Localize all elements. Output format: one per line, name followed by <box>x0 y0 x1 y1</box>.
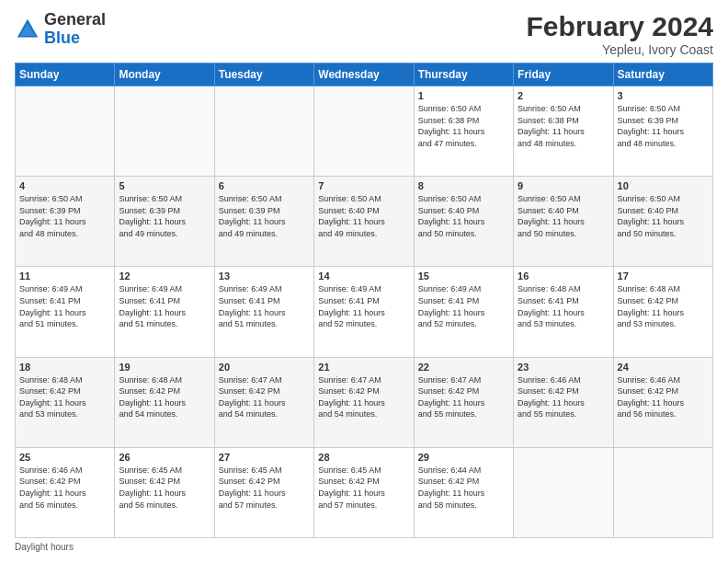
day-number: 29 <box>418 452 509 463</box>
calendar-table: SundayMondayTuesdayWednesdayThursdayFrid… <box>15 63 713 538</box>
calendar-header-monday: Monday <box>115 63 214 86</box>
day-info: Sunrise: 6:48 AM Sunset: 6:42 PM Dayligh… <box>119 374 210 420</box>
calendar-cell: 19Sunrise: 6:48 AM Sunset: 6:42 PM Dayli… <box>115 357 214 447</box>
calendar-cell: 14Sunrise: 6:49 AM Sunset: 6:41 PM Dayli… <box>314 267 414 357</box>
day-number: 8 <box>418 180 509 191</box>
calendar-header-saturday: Saturday <box>613 63 712 86</box>
day-info: Sunrise: 6:50 AM Sunset: 6:39 PM Dayligh… <box>119 193 210 239</box>
logo-general: General <box>44 10 106 29</box>
day-info: Sunrise: 6:46 AM Sunset: 6:42 PM Dayligh… <box>518 374 609 420</box>
calendar-cell: 25Sunrise: 6:46 AM Sunset: 6:42 PM Dayli… <box>16 447 115 537</box>
day-number: 15 <box>418 270 509 282</box>
day-info: Sunrise: 6:46 AM Sunset: 6:42 PM Dayligh… <box>618 374 709 420</box>
day-number: 12 <box>119 270 210 282</box>
day-info: Sunrise: 6:47 AM Sunset: 6:42 PM Dayligh… <box>418 374 509 420</box>
day-info: Sunrise: 6:46 AM Sunset: 6:42 PM Dayligh… <box>19 465 110 511</box>
calendar-cell: 18Sunrise: 6:48 AM Sunset: 6:42 PM Dayli… <box>16 357 115 447</box>
calendar-week-3: 11Sunrise: 6:49 AM Sunset: 6:41 PM Dayli… <box>16 267 713 357</box>
day-info: Sunrise: 6:48 AM Sunset: 6:42 PM Dayligh… <box>19 374 110 420</box>
day-info: Sunrise: 6:50 AM Sunset: 6:40 PM Dayligh… <box>318 193 409 239</box>
calendar-cell: 4Sunrise: 6:50 AM Sunset: 6:39 PM Daylig… <box>16 177 115 267</box>
title-block: February 2024 Yepleu, Ivory Coast <box>527 11 713 57</box>
day-number: 10 <box>618 180 709 191</box>
calendar-cell: 5Sunrise: 6:50 AM Sunset: 6:39 PM Daylig… <box>115 177 214 267</box>
header: General Blue February 2024 Yepleu, Ivory… <box>15 11 713 57</box>
calendar-cell: 10Sunrise: 6:50 AM Sunset: 6:40 PM Dayli… <box>613 177 712 267</box>
day-number: 3 <box>618 90 709 101</box>
calendar-cell: 8Sunrise: 6:50 AM Sunset: 6:40 PM Daylig… <box>414 177 513 267</box>
calendar-cell: 16Sunrise: 6:48 AM Sunset: 6:41 PM Dayli… <box>514 267 613 357</box>
day-number: 28 <box>318 452 409 463</box>
day-info: Sunrise: 6:50 AM Sunset: 6:39 PM Dayligh… <box>219 193 310 239</box>
day-number: 7 <box>318 180 409 191</box>
calendar-week-5: 25Sunrise: 6:46 AM Sunset: 6:42 PM Dayli… <box>16 447 713 537</box>
calendar-cell <box>214 86 313 177</box>
calendar-cell: 17Sunrise: 6:48 AM Sunset: 6:42 PM Dayli… <box>613 267 712 357</box>
calendar-cell: 26Sunrise: 6:45 AM Sunset: 6:42 PM Dayli… <box>115 447 214 537</box>
calendar-week-2: 4Sunrise: 6:50 AM Sunset: 6:39 PM Daylig… <box>16 177 713 267</box>
daylight-label: Daylight hours <box>15 542 74 552</box>
day-number: 20 <box>219 362 310 373</box>
day-info: Sunrise: 6:45 AM Sunset: 6:42 PM Dayligh… <box>318 465 409 511</box>
calendar-cell: 15Sunrise: 6:49 AM Sunset: 6:41 PM Dayli… <box>414 267 513 357</box>
day-number: 18 <box>19 362 110 373</box>
day-info: Sunrise: 6:45 AM Sunset: 6:42 PM Dayligh… <box>119 465 210 511</box>
day-number: 1 <box>418 90 509 101</box>
calendar-header-friday: Friday <box>514 63 613 86</box>
logo-icon <box>15 17 40 42</box>
calendar-cell: 20Sunrise: 6:47 AM Sunset: 6:42 PM Dayli… <box>214 357 313 447</box>
day-number: 11 <box>19 270 110 282</box>
day-info: Sunrise: 6:49 AM Sunset: 6:41 PM Dayligh… <box>219 283 310 329</box>
day-info: Sunrise: 6:50 AM Sunset: 6:39 PM Dayligh… <box>618 103 709 149</box>
calendar-cell: 27Sunrise: 6:45 AM Sunset: 6:42 PM Dayli… <box>214 447 313 537</box>
calendar-cell <box>514 447 613 537</box>
day-number: 27 <box>219 452 310 463</box>
day-info: Sunrise: 6:49 AM Sunset: 6:41 PM Dayligh… <box>19 283 110 329</box>
page: General Blue February 2024 Yepleu, Ivory… <box>0 0 728 563</box>
day-number: 2 <box>518 90 609 101</box>
day-number: 24 <box>618 362 709 373</box>
calendar-cell: 9Sunrise: 6:50 AM Sunset: 6:40 PM Daylig… <box>514 177 613 267</box>
day-number: 19 <box>119 362 210 373</box>
day-number: 23 <box>518 362 609 373</box>
calendar-week-4: 18Sunrise: 6:48 AM Sunset: 6:42 PM Dayli… <box>16 357 713 447</box>
calendar-cell: 7Sunrise: 6:50 AM Sunset: 6:40 PM Daylig… <box>314 177 414 267</box>
footer: Daylight hours <box>15 542 713 552</box>
calendar-cell: 2Sunrise: 6:50 AM Sunset: 6:38 PM Daylig… <box>514 86 613 177</box>
calendar-cell <box>314 86 414 177</box>
calendar-cell: 28Sunrise: 6:45 AM Sunset: 6:42 PM Dayli… <box>314 447 414 537</box>
day-number: 5 <box>119 180 210 191</box>
day-number: 25 <box>19 452 110 463</box>
day-info: Sunrise: 6:49 AM Sunset: 6:41 PM Dayligh… <box>318 283 409 329</box>
calendar-header-sunday: Sunday <box>16 63 115 86</box>
calendar-cell: 6Sunrise: 6:50 AM Sunset: 6:39 PM Daylig… <box>214 177 313 267</box>
calendar-cell: 21Sunrise: 6:47 AM Sunset: 6:42 PM Dayli… <box>314 357 414 447</box>
day-info: Sunrise: 6:47 AM Sunset: 6:42 PM Dayligh… <box>219 374 310 420</box>
calendar-header-tuesday: Tuesday <box>214 63 313 86</box>
day-info: Sunrise: 6:47 AM Sunset: 6:42 PM Dayligh… <box>318 374 409 420</box>
day-number: 21 <box>318 362 409 373</box>
calendar-cell: 11Sunrise: 6:49 AM Sunset: 6:41 PM Dayli… <box>16 267 115 357</box>
calendar-week-1: 1Sunrise: 6:50 AM Sunset: 6:38 PM Daylig… <box>16 86 713 177</box>
calendar-cell <box>613 447 712 537</box>
day-number: 26 <box>119 452 210 463</box>
day-number: 13 <box>219 270 310 282</box>
day-info: Sunrise: 6:45 AM Sunset: 6:42 PM Dayligh… <box>219 465 310 511</box>
calendar-cell: 12Sunrise: 6:49 AM Sunset: 6:41 PM Dayli… <box>115 267 214 357</box>
day-number: 4 <box>19 180 110 191</box>
calendar-cell: 23Sunrise: 6:46 AM Sunset: 6:42 PM Dayli… <box>514 357 613 447</box>
location-subtitle: Yepleu, Ivory Coast <box>527 42 713 57</box>
day-info: Sunrise: 6:50 AM Sunset: 6:38 PM Dayligh… <box>518 103 609 149</box>
day-info: Sunrise: 6:50 AM Sunset: 6:40 PM Dayligh… <box>518 193 609 239</box>
day-info: Sunrise: 6:49 AM Sunset: 6:41 PM Dayligh… <box>418 283 509 329</box>
calendar-cell: 24Sunrise: 6:46 AM Sunset: 6:42 PM Dayli… <box>613 357 712 447</box>
calendar-header-thursday: Thursday <box>414 63 513 86</box>
calendar-header-wednesday: Wednesday <box>314 63 414 86</box>
day-number: 14 <box>318 270 409 282</box>
logo-text: General Blue <box>44 11 106 48</box>
calendar-cell <box>115 86 214 177</box>
day-info: Sunrise: 6:50 AM Sunset: 6:40 PM Dayligh… <box>418 193 509 239</box>
day-info: Sunrise: 6:50 AM Sunset: 6:40 PM Dayligh… <box>618 193 709 239</box>
calendar-cell: 13Sunrise: 6:49 AM Sunset: 6:41 PM Dayli… <box>214 267 313 357</box>
day-info: Sunrise: 6:50 AM Sunset: 6:38 PM Dayligh… <box>418 103 509 149</box>
